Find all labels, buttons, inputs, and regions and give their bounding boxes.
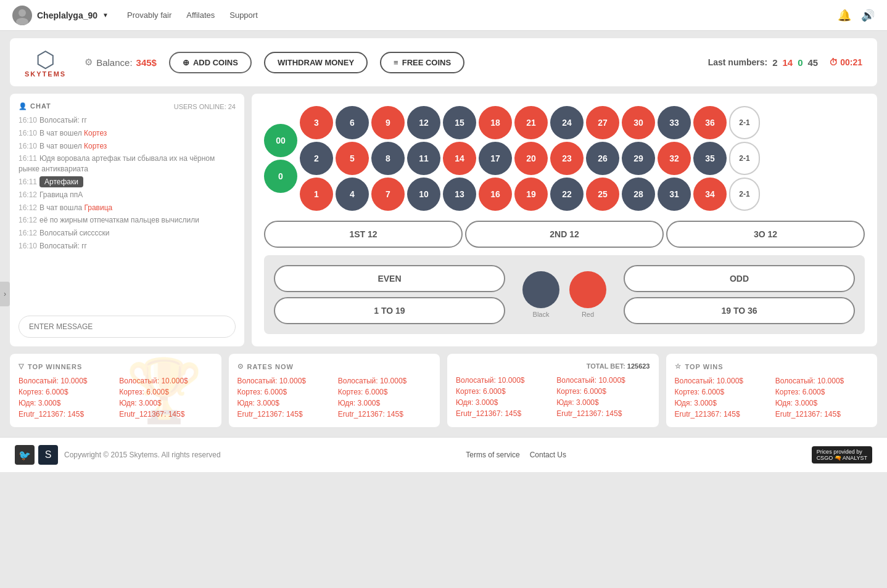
nav-affilates[interactable]: Affilates — [186, 10, 215, 20]
timer-value: 00:21 — [840, 57, 862, 67]
number-24-button[interactable]: 24 — [550, 106, 584, 139]
number-26-button[interactable]: 26 — [586, 142, 619, 175]
odd-button[interactable]: ODD — [624, 265, 855, 292]
list-item: Кортез: 6.000$ — [675, 388, 768, 396]
red-button[interactable] — [569, 271, 606, 308]
number-10-button[interactable]: 10 — [407, 178, 440, 211]
number-1-button[interactable]: 1 — [300, 178, 333, 211]
black-button[interactable] — [522, 271, 559, 308]
number-5-button[interactable]: 5 — [336, 142, 369, 175]
list-item: Юдя: 3.000$ — [775, 399, 868, 407]
number-20-button[interactable]: 20 — [514, 142, 548, 175]
even-button[interactable]: EVEN — [274, 265, 505, 292]
bell-icon[interactable]: 🔔 — [838, 9, 851, 22]
bottom-bets: EVEN 1 TO 19 Black Red ODD 19 TO 36 — [264, 255, 865, 334]
number-6-button[interactable]: 6 — [336, 106, 369, 139]
number-7-button[interactable]: 7 — [371, 178, 405, 211]
ratio-top-button[interactable]: 2-1 — [729, 106, 760, 139]
number-32-button[interactable]: 32 — [658, 142, 691, 175]
list-item: 16:10Волосатый: гг — [19, 241, 236, 251]
twitter-icon[interactable]: 🐦 — [15, 445, 35, 465]
list-item: Юдя: 3.000$ — [237, 399, 331, 407]
list-item: 16:12её по жирным отпечаткам пальцев выч… — [19, 215, 236, 226]
high-button[interactable]: 19 TO 36 — [624, 297, 855, 324]
number-00-button[interactable]: 00 — [264, 124, 297, 157]
logo-icon: ⬡ — [36, 47, 55, 73]
free-coins-button[interactable]: ≡ FREE COINS — [380, 52, 464, 73]
volume-icon[interactable]: 🔊 — [861, 9, 875, 22]
third-dozen-button[interactable]: 3O 12 — [666, 221, 865, 248]
number-3-button[interactable]: 3 — [300, 106, 333, 139]
balance-coin-icon: ⚙ — [85, 57, 93, 68]
nav-support[interactable]: Support — [229, 10, 258, 20]
number-36-button[interactable]: 36 — [693, 106, 727, 139]
low-button[interactable]: 1 TO 19 — [274, 297, 505, 324]
number-0-button[interactable]: 0 — [264, 160, 297, 193]
number-27-button[interactable]: 27 — [586, 106, 619, 139]
number-12-button[interactable]: 12 — [407, 106, 440, 139]
list-item: 16:10В чат вошел Кортез — [19, 141, 236, 152]
list-item: 16:11Юдя воровала артефак тыи сбывала их… — [19, 153, 236, 174]
chat-icon: 👤 — [19, 102, 28, 110]
number-11-button[interactable]: 11 — [407, 142, 440, 175]
top-wins-title: ☆ TOP WINS — [675, 362, 869, 370]
ratio-mid-button[interactable]: 2-1 — [729, 142, 760, 175]
number-25-button[interactable]: 25 — [586, 178, 619, 211]
number-35-button[interactable]: 35 — [693, 142, 727, 175]
number-33-button[interactable]: 33 — [658, 106, 691, 139]
contact-link[interactable]: Contact Us — [530, 451, 566, 459]
terms-link[interactable]: Terms of service — [466, 451, 519, 459]
list-item: Кортез: 6.000$ — [19, 388, 112, 396]
user-menu[interactable]: Cheplalyga_90 ▼ — [12, 6, 109, 25]
number-29-button[interactable]: 29 — [622, 142, 655, 175]
add-coins-button[interactable]: ⊕ ADD COINS — [169, 52, 252, 73]
number-18-button[interactable]: 18 — [479, 106, 512, 139]
number-2-button[interactable]: 2 — [300, 142, 333, 175]
list-item: Юдя: 3.000$ — [675, 399, 768, 407]
ratio-bot-button[interactable]: 2-1 — [729, 178, 760, 211]
number-23-button[interactable]: 23 — [550, 142, 584, 175]
roulette-grid: 00 0 3 6 9 12 15 18 21 24 27 30 33 — [264, 106, 865, 211]
number-34-button[interactable]: 34 — [693, 178, 727, 211]
roulette-panel: 00 0 3 6 9 12 15 18 21 24 27 30 33 — [252, 94, 877, 346]
row-mid: 2 5 8 11 14 17 20 23 26 29 32 35 — [300, 142, 727, 175]
number-4-button[interactable]: 4 — [336, 178, 369, 211]
number-8-button[interactable]: 8 — [371, 142, 405, 175]
top-wins-card: ☆ TOP WINS Волосатый: 10.000$ Волосатый:… — [666, 354, 878, 427]
list-item: 16:12Волосатый сисссски — [19, 228, 236, 239]
number-17-button[interactable]: 17 — [479, 142, 512, 175]
list-item: Erutr_121367: 145$ — [775, 410, 868, 419]
username-label: Cheplalyga_90 — [37, 10, 97, 20]
list-item: Юдя: 3.000$ — [19, 399, 112, 407]
list-item: 16:12В чат вошла Гравица — [19, 203, 236, 213]
last-number-1: 2 — [772, 57, 777, 68]
number-14-button[interactable]: 14 — [443, 142, 476, 175]
first-dozen-button[interactable]: 1ST 12 — [264, 221, 463, 248]
timer-icon: ⏱ — [829, 57, 838, 67]
number-16-button[interactable]: 16 — [479, 178, 512, 211]
number-21-button[interactable]: 21 — [514, 106, 548, 139]
navbar-actions: 🔔 🔊 — [838, 9, 875, 22]
number-28-button[interactable]: 28 — [622, 178, 655, 211]
sidebar-toggle[interactable]: › — [0, 282, 10, 306]
list-item: Волосатый: 10.000$ — [338, 377, 431, 385]
number-13-button[interactable]: 13 — [443, 178, 476, 211]
steam-icon[interactable]: S — [38, 445, 58, 465]
nav-provably-fair[interactable]: Provably fair — [127, 10, 171, 20]
number-9-button[interactable]: 9 — [371, 106, 405, 139]
list-item: Волосатый: 10.000$ — [556, 376, 650, 385]
number-15-button[interactable]: 15 — [443, 106, 476, 139]
second-dozen-button[interactable]: 2ND 12 — [465, 221, 664, 248]
svg-point-0 — [19, 9, 26, 17]
numbers-grid: 3 6 9 12 15 18 21 24 27 30 33 36 2 5 — [300, 106, 727, 211]
number-30-button[interactable]: 30 — [622, 106, 655, 139]
svg-point-1 — [16, 18, 28, 25]
number-19-button[interactable]: 19 — [514, 178, 548, 211]
number-22-button[interactable]: 22 — [550, 178, 584, 211]
number-31-button[interactable]: 31 — [658, 178, 691, 211]
row-top: 3 6 9 12 15 18 21 24 27 30 33 36 — [300, 106, 727, 139]
ratio-column: 2-1 2-1 2-1 — [729, 106, 760, 211]
withdraw-button[interactable]: WITHDRAW MONEY — [264, 52, 368, 73]
chat-input[interactable] — [19, 316, 236, 338]
rates-now-title: ⊙ RATES NOW — [237, 362, 432, 370]
